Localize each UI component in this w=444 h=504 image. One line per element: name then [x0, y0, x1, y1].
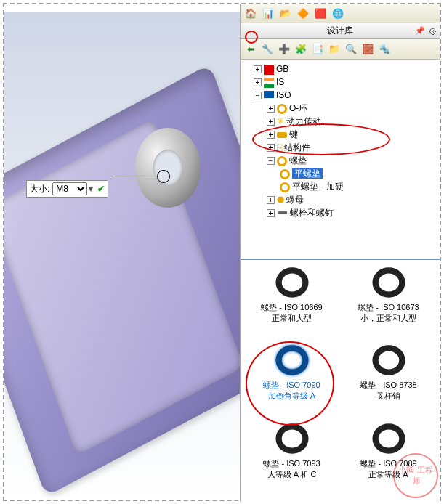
tree-item-gb[interactable]: +GB [254, 62, 440, 76]
add-part-icon[interactable]: ➕ [277, 42, 291, 57]
globe-icon[interactable]: 🌐 [331, 7, 345, 21]
folder-icon[interactable]: 📂 [278, 7, 293, 21]
key-icon [277, 132, 287, 138]
svg-point-4 [278, 426, 305, 450]
search-icon[interactable]: 🔍 [344, 42, 358, 57]
tree-item-power[interactable]: +✳ 动力传动 [267, 115, 440, 128]
ring-icon [277, 104, 287, 114]
washer-thumb-icon [372, 266, 405, 299]
washer-model[interactable] [128, 128, 208, 208]
main-toolbar: 🏠 📊 📂 🔶 🟥 🌐 [241, 4, 440, 23]
washer-icon [280, 182, 290, 192]
size-callout: 大小: M8 ▾ ✔ [26, 180, 108, 198]
parts-icon[interactable]: 🔧 [260, 42, 275, 57]
size-select[interactable]: M8 [52, 182, 87, 195]
size-label: 大小: [30, 183, 49, 195]
svg-point-1 [375, 270, 402, 294]
thumb-iso7093[interactable]: 螺垫 - ISO 7093大等级 A 和 C [245, 422, 339, 495]
svg-point-5 [375, 426, 402, 450]
tree-item-iso[interactable]: −ISO +O-环 +✳ 动力传动 +键 +⍈ 结构件 −螺垫 平螺垫 平螺垫 … [254, 89, 440, 219]
thumb-caption: 螺垫 - ISO 10669正常和大型 [245, 302, 339, 324]
thumb-iso10669[interactable]: 螺垫 - ISO 10669正常和大型 [245, 266, 339, 339]
flag-cn-icon [264, 65, 274, 75]
thumb-iso7090[interactable]: 螺垫 - ISO 7090加倒角等级 A [245, 344, 339, 417]
tree-item-oring[interactable]: +O-环 [267, 102, 440, 115]
tree-item-washer[interactable]: −螺垫 平螺垫 平螺垫 - 加硬 [267, 154, 440, 193]
pin-icon[interactable]: 📌 [415, 26, 425, 36]
bolt-icon: ➖ [277, 208, 288, 218]
screw-icon[interactable]: 🔩 [377, 42, 392, 57]
flag-iso-icon [264, 91, 274, 101]
design-library-panel: 🏠 📊 📂 🔶 🟥 🌐 设计库 📌 ⮾ ⬅ 🔧 ➕ 🧩 📑 📁 🔍 🧱 🔩 +G… [240, 4, 440, 501]
thumb-caption: 螺垫 - ISO 7093大等级 A 和 C [245, 458, 339, 480]
library-toolbar: ⬅ 🔧 ➕ 🧩 📑 📁 🔍 🧱 🔩 [241, 39, 440, 60]
standards-tree[interactable]: +GB +IS −ISO +O-环 +✳ 动力传动 +键 +⍈ 结构件 −螺垫 … [241, 60, 440, 260]
panel-title: 设计库 [327, 25, 353, 37]
svg-point-2 [278, 349, 305, 373]
tree-item-flat-washer[interactable]: 平螺垫 [280, 167, 440, 180]
struct-icon: ⍈ [277, 142, 282, 153]
gear-icon: ✳ [277, 116, 284, 126]
back-arrow-icon[interactable]: ⬅ [243, 42, 258, 57]
washer-icon [280, 169, 290, 179]
svg-point-3 [375, 349, 402, 373]
washer-thumb-icon [372, 422, 405, 455]
tree-item-flat-washer-hard[interactable]: 平螺垫 - 加硬 [280, 180, 440, 193]
washer-icon [277, 156, 287, 166]
svg-point-0 [278, 270, 305, 294]
watermark: 小國 工程师 [393, 453, 438, 498]
tree-item-nut[interactable]: +⬣ 螺母 [267, 193, 440, 206]
cube-icon[interactable]: 🔶 [296, 7, 310, 21]
washer-thumb-icon [275, 344, 309, 377]
home-icon[interactable]: 🏠 [243, 7, 258, 21]
layers-icon[interactable]: 🟥 [313, 7, 328, 21]
check-icon[interactable]: ✔ [97, 184, 105, 194]
stats-icon[interactable]: 📊 [261, 7, 275, 21]
tree-item-struct[interactable]: +⍈ 结构件 [267, 141, 440, 154]
panel-title-bar: 设计库 📌 ⮾ [241, 23, 440, 39]
chevron-down-icon[interactable]: ▾ [87, 184, 94, 194]
folder2-icon[interactable]: 📁 [327, 42, 342, 57]
washer-thumb-icon [275, 422, 309, 455]
leader-line [112, 176, 158, 176]
close-icon[interactable]: ⮾ [429, 27, 437, 36]
nut-icon: ⬣ [277, 195, 284, 205]
model-viewport[interactable]: 大小: M8 ▾ ✔ [4, 12, 240, 500]
tree-item-bolt[interactable]: +➖ 螺栓和螺钉 [267, 206, 440, 219]
tree-parts-icon[interactable]: 🧩 [294, 42, 308, 57]
tree-item-is[interactable]: +IS [254, 76, 440, 89]
thumb-iso8738[interactable]: 螺垫 - ISO 8738叉杆销 [342, 344, 435, 417]
leader-circle [157, 170, 170, 183]
props-icon[interactable]: 📑 [310, 42, 325, 57]
thumb-caption: 螺垫 - ISO 10673小，正常和大型 [342, 302, 435, 324]
tree-item-key[interactable]: +键 [267, 128, 440, 141]
washer-thumb-icon [275, 266, 309, 299]
add-icon[interactable]: 🧱 [360, 42, 375, 57]
washer-thumb-icon [372, 344, 405, 377]
flag-in-icon [264, 78, 274, 88]
thumb-caption: 螺垫 - ISO 7090加倒角等级 A [245, 380, 339, 402]
thumb-iso10673[interactable]: 螺垫 - ISO 10673小，正常和大型 [342, 266, 435, 339]
thumb-caption: 螺垫 - ISO 8738叉杆销 [342, 380, 435, 402]
